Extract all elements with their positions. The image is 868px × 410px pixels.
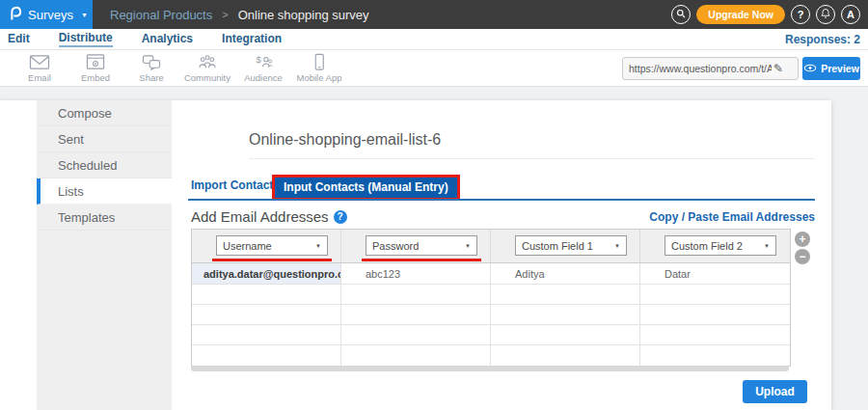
responses-count[interactable]: Responses: 2 [785, 33, 860, 46]
copy-paste-link[interactable]: Copy / Paste Email Addresses [649, 210, 815, 224]
empty-cell[interactable] [341, 325, 491, 344]
remove-row-button[interactable]: − [795, 249, 810, 264]
contacts-table: Username ▼ Password ▼ [191, 229, 791, 367]
add-row-button[interactable]: + [795, 232, 810, 247]
avatar[interactable]: A [841, 5, 860, 24]
empty-cell[interactable] [640, 325, 790, 344]
svg-text:$: $ [256, 54, 261, 65]
empty-cell[interactable] [341, 305, 491, 324]
section-help-icon[interactable]: ? [334, 210, 347, 224]
empty-cell[interactable] [640, 345, 790, 366]
header-cell-custom2: Custom Field 2 ▼ [640, 230, 790, 262]
empty-cell[interactable] [341, 285, 491, 304]
table-row [192, 325, 790, 345]
edit-url-pencil-icon[interactable]: ✎ [773, 62, 783, 75]
search-icon [675, 8, 687, 21]
table-row [192, 305, 790, 325]
annotation-underline [212, 259, 332, 261]
empty-cell[interactable] [491, 285, 640, 304]
surveys-menu[interactable]: Surveys ▼ [0, 0, 93, 29]
header-cell-custom1: Custom Field 1 ▼ [491, 230, 640, 262]
questionpro-logo-icon [8, 5, 22, 25]
cell-custom1[interactable]: Aditya [491, 263, 640, 284]
toolbar-item-audience[interactable]: $ Audience [235, 53, 291, 83]
column-select-custom-field-2[interactable]: Custom Field 2 ▼ [665, 235, 776, 256]
cell-custom2[interactable]: Datar [640, 263, 790, 284]
empty-cell[interactable] [341, 345, 491, 366]
header-cell-password: Password ▼ [341, 230, 491, 262]
empty-cell[interactable] [192, 305, 341, 324]
select-caret-icon: ▼ [465, 243, 471, 249]
preview-button[interactable]: Preview [802, 57, 860, 80]
list-name-field[interactable]: Online-shopping-email-list-6 [249, 131, 441, 149]
list-name-underline [249, 158, 815, 159]
toolbar-item-community[interactable]: Community [179, 53, 235, 83]
section-title: Add Email Addresses ? [191, 208, 347, 225]
tab-input-contacts-manual[interactable]: Input Contacts (Manual Entry) [275, 178, 457, 198]
app-window: Surveys ▼ Regional Products > Online sho… [0, 0, 868, 410]
preview-label: Preview [821, 63, 859, 74]
table-row [192, 345, 790, 366]
topbar-actions: Upgrade Now ? A [671, 0, 860, 29]
upload-button[interactable]: Upload [743, 380, 807, 403]
column-select-custom-field-1[interactable]: Custom Field 1 ▼ [515, 235, 627, 256]
sidebar-item-templates[interactable]: Templates [37, 205, 172, 231]
nav-tab-integration[interactable]: Integration [222, 32, 282, 46]
sidebar-item-scheduled[interactable]: Scheduled [37, 152, 172, 178]
breadcrumb-parent[interactable]: Regional Products [110, 8, 212, 22]
tabs-divider [188, 199, 815, 201]
lists-card: Compose Sent Scheduled Lists Templates O… [0, 100, 831, 410]
preview-eye-icon [803, 63, 817, 74]
horizontal-scrollbar[interactable] [191, 366, 789, 371]
sidebar-item-lists[interactable]: Lists [37, 178, 172, 205]
page-background: Compose Sent Scheduled Lists Templates O… [0, 87, 868, 410]
surveys-menu-label: Surveys [28, 8, 73, 22]
sidebar-item-sent[interactable]: Sent [37, 126, 172, 152]
table-row [192, 285, 790, 305]
toolbar-item-mobile-app[interactable]: Mobile App [291, 53, 347, 83]
empty-cell[interactable] [491, 325, 640, 344]
nav-tab-analytics[interactable]: Analytics [142, 32, 193, 46]
cell-password[interactable]: abc123 [341, 263, 491, 284]
audience-icon: $ [252, 53, 275, 71]
empty-cell[interactable] [640, 285, 790, 304]
top-bar: Surveys ▼ Regional Products > Online sho… [0, 0, 868, 29]
help-button[interactable]: ? [791, 5, 810, 24]
empty-cell[interactable] [640, 305, 790, 324]
column-select-username[interactable]: Username ▼ [216, 235, 328, 256]
empty-cell[interactable] [491, 305, 640, 324]
tab-import-contacts[interactable]: Import Contacts [191, 178, 280, 192]
column-select-password[interactable]: Password ▼ [366, 235, 477, 256]
nav-tab-edit[interactable]: Edit [8, 32, 30, 46]
distribute-toolbar: Email Embed Share Community [0, 50, 868, 87]
upgrade-now-button[interactable]: Upgrade Now [696, 5, 785, 24]
notifications-button[interactable] [816, 5, 835, 24]
search-button[interactable] [671, 5, 691, 24]
header-cell-username: Username ▼ [192, 230, 341, 262]
empty-cell[interactable] [491, 345, 640, 366]
toolbar-item-email[interactable]: Email [12, 53, 68, 83]
breadcrumb-current: Online shopping survey [238, 8, 369, 22]
sidebar-item-compose[interactable]: Compose [37, 100, 172, 126]
annotation-box: Input Contacts (Manual Entry) [272, 175, 460, 201]
table-row: aditya.datar@questionpro.com abc123 Adit… [192, 263, 790, 285]
share-icon [140, 53, 163, 71]
cell-email[interactable]: aditya.datar@questionpro.com [192, 263, 341, 284]
survey-url-box: ✎ [622, 57, 799, 80]
empty-cell[interactable] [192, 285, 341, 304]
embed-icon [84, 53, 107, 71]
empty-cell[interactable] [192, 345, 341, 366]
bell-icon [820, 8, 831, 21]
toolbar-item-share[interactable]: Share [123, 53, 179, 83]
survey-url-input[interactable] [629, 63, 772, 74]
select-caret-icon: ▼ [614, 243, 620, 249]
nav-tab-distribute[interactable]: Distribute [59, 31, 113, 47]
toolbar-items: Email Embed Share Community [12, 53, 347, 83]
empty-cell[interactable] [192, 325, 341, 344]
breadcrumb: Regional Products > Online shopping surv… [110, 8, 369, 22]
annotation-underline [362, 259, 481, 261]
toolbar-item-embed[interactable]: Embed [68, 53, 123, 83]
table-header-row: Username ▼ Password ▼ [192, 230, 790, 263]
community-icon [196, 53, 219, 71]
email-sidebar: Compose Sent Scheduled Lists Templates [37, 100, 172, 410]
